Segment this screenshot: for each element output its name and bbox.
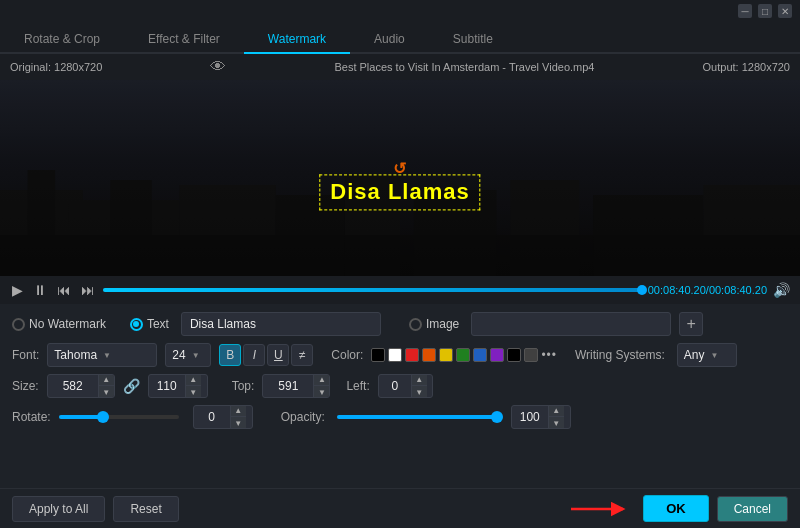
swatch-white[interactable] (388, 348, 402, 362)
swatch-dark[interactable] (524, 348, 538, 362)
rotate-spin: ▲ ▼ (230, 405, 246, 429)
underline-button[interactable]: U (267, 344, 289, 366)
top-field[interactable] (263, 379, 313, 393)
tab-subtitle[interactable]: Subtitle (429, 26, 517, 54)
rotate-handle[interactable]: ↺ (393, 159, 407, 178)
swatch-purple[interactable] (490, 348, 504, 362)
next-frame-button[interactable]: ⏭ (79, 280, 97, 300)
top-down[interactable]: ▼ (313, 386, 329, 398)
controls-panel: No Watermark Text Image + Font: Tahoma ▼… (0, 304, 800, 488)
opacity-field[interactable] (512, 410, 548, 424)
font-size-dropdown[interactable]: 24 ▼ (165, 343, 211, 367)
top-input[interactable]: ▲ ▼ (262, 374, 330, 398)
left-up[interactable]: ▲ (411, 374, 427, 386)
image-watermark-input[interactable] (471, 312, 671, 336)
strikethrough-button[interactable]: ≠ (291, 344, 313, 366)
text-watermark-label: Text (147, 317, 169, 331)
swatch-blue[interactable] (473, 348, 487, 362)
size-height-up[interactable]: ▲ (185, 374, 201, 386)
playback-bar: ▶ ⏸ ⏮ ⏭ 00:08:40.20/00:08:40.20 🔊 (0, 276, 800, 304)
rotate-input[interactable]: ▲ ▼ (193, 405, 253, 429)
rotate-thumb[interactable] (97, 411, 109, 423)
opacity-thumb[interactable] (491, 411, 503, 423)
top-label: Top: (232, 379, 255, 393)
rotate-down[interactable]: ▼ (230, 417, 246, 429)
seek-fill (103, 288, 642, 292)
play-button[interactable]: ▶ (10, 280, 25, 300)
rotate-track[interactable] (59, 415, 179, 419)
rotate-up[interactable]: ▲ (230, 405, 246, 417)
swatch-red[interactable] (405, 348, 419, 362)
tab-effect-filter[interactable]: Effect & Filter (124, 26, 244, 54)
pause-button[interactable]: ⏸ (31, 280, 49, 300)
no-watermark-option[interactable]: No Watermark (12, 317, 106, 331)
left-down[interactable]: ▼ (411, 386, 427, 398)
left-spin: ▲ ▼ (411, 374, 427, 398)
size-row: Size: ▲ ▼ 🔗 ▲ ▼ Top: ▲ (12, 374, 788, 398)
bold-button[interactable]: B (219, 344, 241, 366)
italic-button[interactable]: I (243, 344, 265, 366)
size-label: Size: (12, 379, 39, 393)
add-image-button[interactable]: + (679, 312, 703, 336)
font-family-dropdown[interactable]: Tahoma ▼ (47, 343, 157, 367)
text-watermark-radio[interactable] (130, 318, 143, 331)
tabs-bar: Rotate & Crop Effect & Filter Watermark … (0, 22, 800, 54)
swatch-black2[interactable] (507, 348, 521, 362)
more-colors-icon[interactable]: ••• (541, 348, 557, 362)
swatch-black[interactable] (371, 348, 385, 362)
size-height-down[interactable]: ▼ (185, 386, 201, 398)
tab-rotate-crop[interactable]: Rotate & Crop (0, 26, 124, 54)
opacity-label: Opacity: (281, 410, 325, 424)
arrow-hint (571, 501, 631, 517)
left-action-buttons: Apply to All Reset (12, 496, 179, 522)
prev-frame-button[interactable]: ⏮ (55, 280, 73, 300)
image-watermark-option[interactable]: Image (409, 317, 459, 331)
reset-button[interactable]: Reset (113, 496, 178, 522)
text-watermark-input[interactable] (181, 312, 381, 336)
size-width-down[interactable]: ▼ (98, 386, 114, 398)
size-width-up[interactable]: ▲ (98, 374, 114, 386)
seek-thumb[interactable] (637, 285, 647, 295)
font-style-buttons: B I U ≠ (219, 344, 313, 366)
swatch-yellow[interactable] (439, 348, 453, 362)
size-height-field[interactable] (149, 379, 185, 393)
size-width-field[interactable] (48, 379, 98, 393)
writing-systems-dropdown[interactable]: Any ▼ (677, 343, 737, 367)
tab-audio[interactable]: Audio (350, 26, 429, 54)
left-input[interactable]: ▲ ▼ (378, 374, 433, 398)
minimize-button[interactable]: ─ (738, 4, 752, 18)
left-field[interactable] (379, 379, 411, 393)
opacity-down[interactable]: ▼ (548, 417, 564, 429)
rotate-field[interactable] (194, 410, 230, 424)
opacity-track[interactable] (337, 415, 497, 419)
original-resolution: Original: 1280x720 (10, 61, 102, 73)
size-height-input[interactable]: ▲ ▼ (148, 374, 208, 398)
size-width-input[interactable]: ▲ ▼ (47, 374, 115, 398)
ok-button[interactable]: OK (643, 495, 709, 522)
apply-to-all-button[interactable]: Apply to All (12, 496, 105, 522)
maximize-button[interactable]: □ (758, 4, 772, 18)
swatch-orange[interactable] (422, 348, 436, 362)
text-watermark-option[interactable]: Text (130, 317, 169, 331)
opacity-input[interactable]: ▲ ▼ (511, 405, 571, 429)
swatch-green[interactable] (456, 348, 470, 362)
rotate-label: Rotate: (12, 410, 51, 424)
opacity-up[interactable]: ▲ (548, 405, 564, 417)
top-up[interactable]: ▲ (313, 374, 329, 386)
eye-icon[interactable]: 👁 (210, 58, 226, 76)
volume-icon[interactable]: 🔊 (773, 282, 790, 298)
writing-systems-arrow: ▼ (710, 351, 718, 360)
rotate-opacity-row: Rotate: ▲ ▼ Opacity: (12, 405, 788, 429)
image-watermark-label: Image (426, 317, 459, 331)
tab-watermark[interactable]: Watermark (244, 26, 350, 54)
link-icon[interactable]: 🔗 (123, 378, 140, 394)
image-watermark-radio[interactable] (409, 318, 422, 331)
close-button[interactable]: ✕ (778, 4, 792, 18)
main-content: Original: 1280x720 👁 Best Places to Visi… (0, 54, 800, 528)
seek-bar[interactable] (103, 288, 642, 292)
watermark-drag-box[interactable]: ↺ Disa Llamas (319, 174, 480, 210)
no-watermark-radio[interactable] (12, 318, 25, 331)
font-family-arrow: ▼ (103, 351, 111, 360)
cancel-button[interactable]: Cancel (717, 496, 788, 522)
opacity-fill (337, 415, 497, 419)
